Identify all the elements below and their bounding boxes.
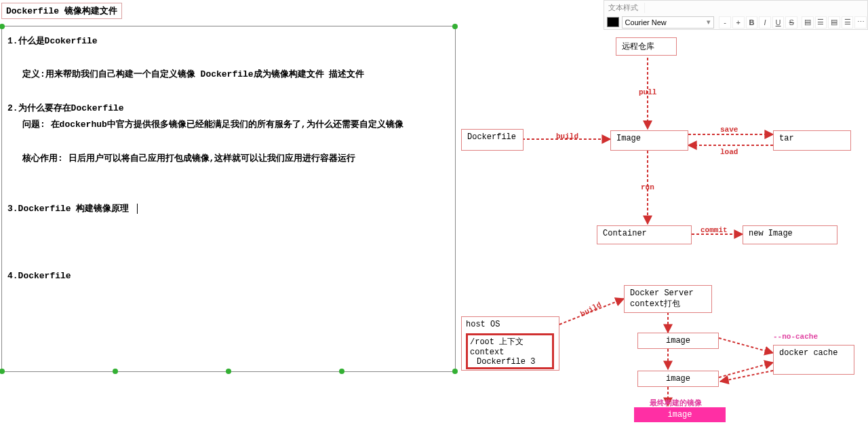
node-container: Container (597, 225, 692, 244)
heading-1: 1.什么是Dcokerfile (7, 33, 450, 50)
align-right-button[interactable]: ▤ (828, 16, 840, 29)
node-host-os: host OS /root 上下文context Dockerfile 3 (461, 316, 559, 371)
align-left-button[interactable]: ▤ (802, 16, 814, 29)
edge-label-run: run (641, 183, 654, 191)
underline-button[interactable]: U (772, 16, 785, 29)
node-image-layer-2: image (637, 371, 719, 387)
text-editor-content[interactable]: 1.什么是Dcokerfile 定义:用来帮助我们自己构建一个自定义镜像 Doc… (7, 33, 450, 284)
edge-label-commit: commit (701, 226, 728, 234)
size-plus-button[interactable]: + (732, 16, 745, 29)
node-dockerfile: Dockerfile (461, 129, 524, 151)
formatting-toolbar: 文本样式 Courier New ‐ + B I U S ▤ ☰ ▤ ☰ ⋯ (604, 0, 868, 30)
root-context-line2: Dockerfile 3 (470, 357, 550, 367)
align-justify-button[interactable]: ☰ (842, 16, 854, 29)
heading-3: 3.Dockerfile 构建镜像原理 (7, 201, 450, 218)
strike-button[interactable]: S (785, 16, 797, 29)
text-editor-selection-frame[interactable]: 1.什么是Dcokerfile 定义:用来帮助我们自己构建一个自定义镜像 Doc… (1, 26, 456, 372)
root-context-line1: /root 上下文context (470, 336, 550, 357)
node-docker-cache: docker cache (773, 345, 854, 375)
node-root-context: /root 上下文context Dockerfile 3 (466, 333, 554, 369)
bold-button[interactable]: B (746, 16, 758, 29)
svg-line-10 (719, 338, 773, 353)
edge-label-pull: pull (639, 88, 656, 96)
final-image-label: 最终构建的镜像 (650, 398, 702, 408)
paragraph: 定义:用来帮助我们自己构建一个自定义镜像 Dockerfile成为镜像构建文件 … (7, 67, 450, 83)
heading-2: 2.为什么要存在Dockerfile (7, 100, 450, 117)
toolbar-group-label: 文本样式 (604, 3, 645, 13)
node-remote-repo: 远程仓库 (616, 37, 677, 56)
host-os-label: host OS (466, 320, 555, 329)
page-title: Dockerfile 镜像构建文件 (1, 3, 122, 19)
svg-line-11 (719, 362, 773, 377)
size-minus-button[interactable]: ‐ (719, 16, 731, 29)
node-new-image: new Image (743, 225, 837, 244)
font-family-select[interactable]: Courier New (622, 16, 715, 29)
node-image: Image (610, 130, 688, 151)
docker-server-line1: Docker Server (630, 288, 706, 298)
edge-label-save: save (720, 126, 738, 134)
edge-label-build2: build (579, 301, 603, 318)
edge-label-load: load (720, 148, 738, 156)
edge-label-nocache: --no-cache (773, 333, 818, 341)
paragraph: 核心作用: 日后用户可以将自己应用打包成镜像,这样就可以让我们应用进行容器运行 (7, 151, 450, 168)
text-color-swatch[interactable] (607, 17, 619, 27)
node-final-image: image (634, 407, 726, 422)
text-cursor (137, 204, 138, 214)
heading-4: 4.Dockerfile (7, 268, 450, 285)
edge-label-build: build (556, 132, 578, 141)
svg-line-6 (559, 299, 624, 324)
italic-button[interactable]: I (759, 16, 771, 29)
paragraph: 问题: 在dockerhub中官方提供很多镜像已经能满足我们的所有服务了,为什么… (7, 117, 450, 134)
align-center-button[interactable]: ☰ (815, 16, 827, 29)
node-tar: tar (773, 130, 851, 151)
node-image-layer-1: image (637, 333, 719, 349)
docker-server-line2: context打包 (630, 298, 706, 310)
node-docker-server: Docker Server context打包 (624, 285, 712, 313)
svg-line-12 (720, 371, 773, 381)
more-button[interactable]: ⋯ (854, 16, 867, 29)
